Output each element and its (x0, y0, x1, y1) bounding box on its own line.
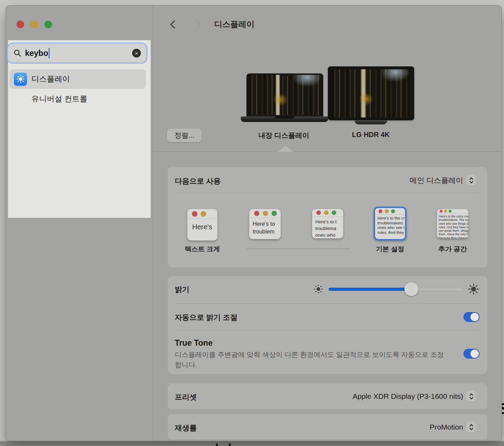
search-result-display[interactable]: 디스플레이 (9, 69, 146, 89)
search-input[interactable]: keybo ✕ (9, 44, 146, 62)
true-tone-label: True Tone (175, 338, 213, 348)
page-title: 디스플레이 (214, 19, 254, 30)
chevron-updown-icon (466, 422, 476, 433)
row-divider (175, 330, 481, 331)
clear-icon: ✕ (134, 51, 138, 56)
preset-dropdown[interactable]: Apple XDR Display (P3-1600 nits) (353, 391, 476, 402)
scaling-label-larger-text: 텍스트 크게 (181, 245, 223, 254)
sample-text: Here's to the cr (377, 216, 405, 221)
sample-text: Here's to the crazy one (439, 215, 468, 218)
laptop-notch (279, 73, 290, 76)
brightness-slider-fill (329, 288, 411, 291)
scaling-option-more-space[interactable]: Here's to the crazy one troublemakers. T… (437, 209, 468, 238)
built-in-display-thumbnail[interactable] (246, 73, 323, 116)
sample-text: can quote them, disagr (439, 229, 468, 232)
preset-label: 프리셋 (175, 392, 197, 402)
use-as-label: 다음으로 사용 (175, 176, 221, 186)
sample-text: troublema (315, 225, 343, 232)
use-as-value: 메인 디스플레이 (410, 175, 463, 185)
mini-window-titlebar (249, 209, 281, 218)
clear-search-button[interactable]: ✕ (132, 49, 141, 58)
section-divider (153, 151, 502, 152)
minimize-button[interactable] (30, 21, 38, 28)
brightness-high-icon (468, 283, 480, 295)
wallpaper-image (248, 75, 322, 115)
display-name-builtin: 내장 디스플레이 (245, 131, 322, 140)
preset-value: Apple XDR Display (P3-1600 nits) (353, 392, 463, 401)
true-tone-description: 디스플레이를 주변광에 맞춰 색상이 다른 환경에서도 일관적으로 보이도록 자… (175, 350, 446, 370)
forward-button[interactable] (194, 20, 203, 29)
mini-window-titlebar (375, 208, 405, 215)
auto-brightness-toggle[interactable] (463, 312, 480, 322)
sample-text: ones who see t (377, 225, 405, 230)
back-button[interactable] (168, 20, 178, 29)
text-cursor (49, 48, 50, 58)
external-display-thumbnail[interactable] (328, 66, 414, 120)
refresh-rate-value: ProMotion (430, 423, 463, 431)
sample-text: Here's to (253, 220, 281, 228)
sample-text: ones who see things dif (439, 222, 468, 225)
search-results-panel (8, 40, 151, 218)
monitor-stand (354, 120, 387, 124)
laptop-base-notch (275, 116, 294, 118)
brightness-slider-thumb[interactable] (404, 282, 418, 296)
mini-window-titlebar (437, 209, 468, 214)
scaling-label-default: 기본 설정 (369, 245, 411, 254)
search-icon (13, 49, 22, 57)
result-label: 유니버설 컨트롤 (31, 94, 87, 104)
brightness-low-icon (314, 284, 323, 294)
search-value: keybo (25, 49, 48, 58)
sample-text: Here's (192, 222, 217, 232)
scaling-option-default-selected[interactable]: Here's to the cr troublemakers. ones who… (374, 207, 406, 240)
chevron-updown-icon (466, 175, 476, 186)
true-tone-toggle[interactable] (463, 349, 480, 359)
screen: ssh-keygen s keybo ✕ (0, 0, 504, 446)
search-focus-ring: keybo ✕ (7, 43, 147, 64)
chevron-updown-icon (466, 391, 476, 402)
display-brightness-icon (14, 73, 27, 86)
mini-window-titlebar (187, 209, 217, 219)
row-divider (175, 193, 481, 193)
refresh-rate-label: 재생률 (175, 423, 197, 433)
scaling-option-larger-text[interactable]: Here's (187, 209, 217, 240)
selected-display-caret (278, 146, 294, 152)
wallpaper-image (331, 69, 411, 117)
sample-text: troublem (253, 228, 281, 236)
sample-text: Here's to t (315, 218, 343, 225)
sample-text: them. About the only th (439, 232, 468, 236)
sidebar-divider (153, 6, 153, 441)
refresh-rate-dropdown[interactable]: ProMotion (430, 422, 476, 433)
row-divider (175, 303, 481, 304)
search-result-universal-control[interactable]: 유니버설 컨트롤 (9, 90, 146, 108)
zoom-button[interactable] (44, 21, 52, 28)
mini-window-titlebar (312, 209, 343, 217)
brightness-label: 밝기 (175, 285, 189, 294)
arrange-button[interactable]: 정렬... (167, 129, 202, 142)
close-button[interactable] (16, 21, 24, 28)
sample-text: rules. And they have no (439, 225, 468, 229)
toggle-knob (470, 350, 479, 358)
scaling-label-more-space: 추가 공간 (432, 245, 474, 254)
result-label: 디스플레이 (31, 74, 70, 84)
use-as-dropdown[interactable]: 메인 디스플레이 (410, 175, 476, 186)
sample-text: Because they change th (439, 236, 468, 238)
unlabeled-options-line (246, 249, 350, 249)
sample-text: troublemakers. The rou (439, 218, 468, 222)
display-name-external: LG HDR 4K (332, 131, 409, 139)
auto-brightness-label: 자동으로 밝기 조절 (175, 312, 238, 322)
sample-text: rules. And they (377, 230, 405, 235)
brightness-slider[interactable] (329, 288, 463, 291)
desktop-background-text: ssh-keygen (200, 441, 275, 446)
toggle-knob (470, 313, 479, 321)
sample-text: ones who (315, 232, 343, 238)
scaling-option-3[interactable]: Here's to t troublema ones who (312, 209, 343, 238)
scaling-option-2[interactable]: Here's to troublem (249, 209, 281, 239)
sample-text: troublemakers. (377, 221, 405, 226)
